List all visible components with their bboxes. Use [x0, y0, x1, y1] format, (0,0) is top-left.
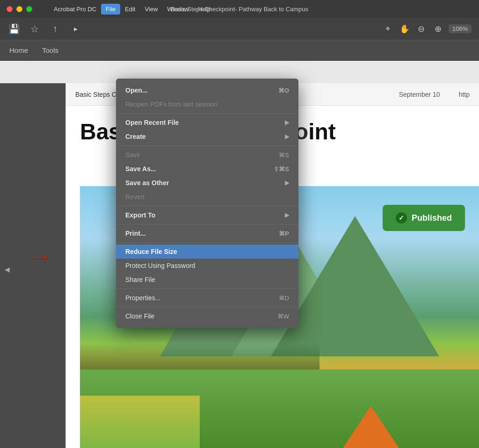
- app-window: Acrobat Pro DC File Edit View Window Hel…: [0, 0, 479, 448]
- menu-properties[interactable]: Properties... ⌘D: [116, 291, 298, 305]
- upload-icon[interactable]: ↑: [49, 22, 62, 36]
- export-arrow-icon: ▶: [285, 212, 289, 218]
- published-label: Published: [412, 213, 452, 223]
- traffic-lights: [0, 6, 32, 12]
- close-file-label: Close File: [125, 312, 154, 320]
- menu-save-as[interactable]: Save As... ⇧⌘S: [116, 162, 298, 176]
- menu-close-file[interactable]: Close File ⌘W: [116, 309, 298, 323]
- cursor-icon[interactable]: ⌖: [381, 22, 394, 36]
- tent-body: [343, 406, 399, 448]
- title-bar: Acrobat Pro DC File Edit View Window Hel…: [0, 0, 479, 18]
- bookmark-icon[interactable]: ☆: [28, 22, 41, 36]
- checkmark-icon: ✓: [399, 214, 404, 222]
- zoom-level: 106%: [449, 24, 472, 33]
- menu-print[interactable]: Print... ⌘P: [116, 226, 298, 240]
- menu-section-open: Open... ⌘O Reopen PDFs from last session: [116, 81, 298, 114]
- menu-reduce-file-size[interactable]: Reduce File Size: [116, 245, 298, 259]
- file-dropdown-menu[interactable]: Open... ⌘O Reopen PDFs from last session…: [116, 79, 298, 328]
- flowers: [80, 396, 200, 448]
- reduce-file-size-label: Reduce File Size: [125, 248, 177, 255]
- apple-menu[interactable]: [38, 7, 47, 11]
- open-shortcut: ⌘O: [278, 87, 289, 94]
- toolbar-nav: ⌖ ✋ ⊖ ⊕ 106%: [381, 22, 472, 36]
- toolbar: 💾 ☆ ↑ ▸ ⌖ ✋ ⊖ ⊕ 106%: [0, 18, 479, 40]
- save-as-other-label: Save as Other: [125, 179, 169, 187]
- red-arrow: →: [28, 242, 52, 270]
- nav-home[interactable]: Home: [9, 44, 28, 56]
- menu-save: Save ⌘S: [116, 148, 298, 162]
- app-nav: Home Tools: [0, 40, 479, 61]
- save-as-other-arrow-icon: ▶: [285, 180, 289, 186]
- zoom-in-icon[interactable]: ⊕: [432, 22, 445, 36]
- menu-section-print: Print... ⌘P: [116, 224, 298, 243]
- properties-shortcut: ⌘D: [279, 295, 289, 302]
- published-badge: ✓ Published: [383, 205, 465, 231]
- extra-icon[interactable]: ▸: [69, 22, 82, 36]
- minimize-button[interactable]: [16, 6, 22, 12]
- save-label: Save: [125, 151, 140, 159]
- properties-label: Properties...: [125, 294, 160, 302]
- menu-section-export: Export To ▶: [116, 206, 298, 224]
- doc-date: September 10: [399, 91, 440, 98]
- panel-toggle-icon[interactable]: ◀: [5, 266, 10, 273]
- menu-export[interactable]: Export To ▶: [116, 208, 298, 222]
- view-menu[interactable]: View: [140, 4, 162, 14]
- close-button[interactable]: [7, 6, 13, 12]
- menu-create[interactable]: Create ▶: [116, 130, 298, 144]
- print-shortcut: ⌘P: [279, 230, 289, 237]
- open-recent-label: Open Recent File: [125, 119, 179, 126]
- content-wrapper: 💾 ☆ ↑ ▸ ⌖ ✋ ⊖ ⊕ 106% Home Tools: [0, 18, 479, 448]
- published-area: ✓ Published: [383, 205, 465, 231]
- doc-url: http: [459, 91, 470, 98]
- open-recent-arrow-icon: ▶: [285, 119, 289, 126]
- menu-section-recent: Open Recent File ▶ Create ▶: [116, 114, 298, 146]
- open-label: Open...: [125, 87, 147, 94]
- tent: [343, 406, 399, 448]
- app-name-menu[interactable]: Acrobat Pro DC: [49, 4, 101, 14]
- reopen-label: Reopen PDFs from last session: [125, 101, 218, 108]
- save-shortcut: ⌘S: [279, 152, 289, 159]
- menu-open-recent[interactable]: Open Recent File ▶: [116, 116, 298, 130]
- main-content: ◀ Basic Steps Checkpoint- Pathway Back t…: [0, 61, 479, 448]
- menu-section-tools: Reduce File Size Protect Using Password …: [116, 243, 298, 289]
- menu-open[interactable]: Open... ⌘O: [116, 83, 298, 97]
- menu-share-file[interactable]: Share File: [116, 273, 298, 287]
- protect-password-label: Protect Using Password: [125, 262, 195, 269]
- menu-section-save: Save ⌘S Save As... ⇧⌘S Save as Other ▶ R…: [116, 146, 298, 206]
- hand-icon[interactable]: ✋: [398, 22, 411, 36]
- menu-section-close: Close File ⌘W: [116, 307, 298, 325]
- edit-menu[interactable]: Edit: [120, 4, 140, 14]
- create-label: Create: [125, 133, 146, 140]
- export-label: Export To: [125, 211, 155, 219]
- maximize-button[interactable]: [26, 6, 32, 12]
- menu-protect-password[interactable]: Protect Using Password: [116, 259, 298, 273]
- menu-save-as-other[interactable]: Save as Other ▶: [116, 176, 298, 190]
- nav-tools[interactable]: Tools: [42, 44, 58, 56]
- create-arrow-icon: ▶: [285, 133, 289, 140]
- save-icon[interactable]: 💾: [7, 22, 21, 36]
- menu-reopen: Reopen PDFs from last session: [116, 97, 298, 111]
- close-file-shortcut: ⌘W: [277, 313, 289, 320]
- file-menu[interactable]: File: [101, 4, 120, 14]
- window-title: Basic Steps Checkpoint- Pathway Back to …: [171, 6, 308, 13]
- menu-revert: Revert: [116, 190, 298, 204]
- zoom-out-icon[interactable]: ⊖: [415, 22, 428, 36]
- menu-section-properties: Properties... ⌘D: [116, 289, 298, 307]
- revert-label: Revert: [125, 193, 145, 201]
- save-as-label: Save As...: [125, 165, 156, 173]
- check-circle-icon: ✓: [396, 212, 407, 224]
- print-label: Print...: [125, 230, 146, 237]
- save-as-shortcut: ⇧⌘S: [274, 166, 289, 173]
- share-file-label: Share File: [125, 276, 155, 283]
